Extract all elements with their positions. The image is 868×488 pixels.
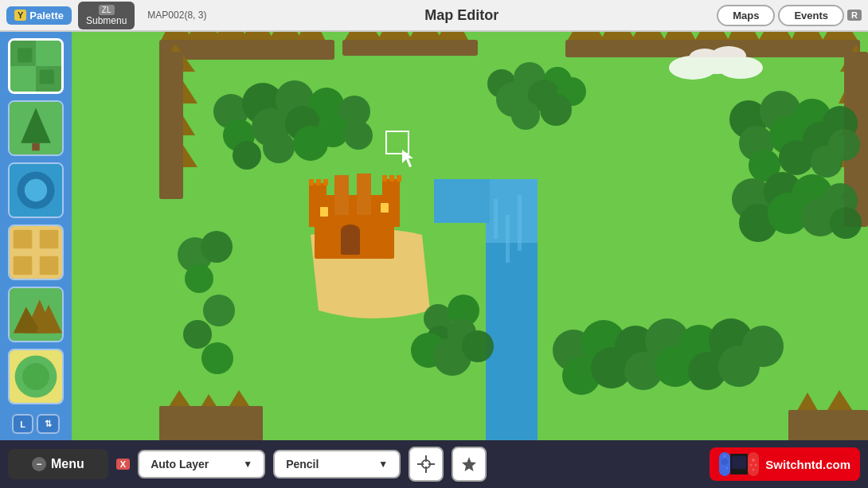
layer-dropdown[interactable]: Auto Layer ▼ [138,450,265,478]
svg-point-175 [755,464,757,467]
sidebar-bottom-controls: L ⇅ [12,414,60,434]
svg-point-143 [718,346,760,387]
svg-rect-107 [309,179,314,185]
star-icon [460,455,478,473]
svg-rect-150 [788,410,868,440]
l-button[interactable]: L [12,414,33,434]
bottom-bar: − Menu X Auto Layer ▼ Pencil ▼ [0,440,868,488]
events-tab-button[interactable]: Events [778,5,844,26]
svg-rect-111 [389,175,394,182]
svg-point-92 [779,140,814,175]
svg-rect-109 [323,179,328,185]
svg-point-101 [830,207,862,239]
svg-rect-108 [316,179,321,185]
zl-badge: ZL [99,5,115,15]
svg-point-157 [201,342,233,374]
tile-preview-2[interactable] [8,100,64,156]
svg-point-22 [22,363,49,390]
svg-point-93 [811,146,843,178]
svg-rect-105 [334,175,349,215]
tool-dropdown-label: Pencil [286,458,319,470]
layer-dropdown-arrow: ▼ [243,459,252,470]
svg-point-66 [344,121,373,150]
svg-rect-172 [748,452,759,476]
svg-rect-12 [14,230,33,249]
svg-point-67 [233,141,261,170]
maps-tab-button[interactable]: Maps [717,5,775,26]
top-bar-left: Y Palette ZL Submenu MAP002(8, 3) [0,2,206,29]
top-bar-right: Maps Events R [717,5,868,26]
svg-rect-120 [506,215,510,263]
svg-point-77 [540,94,572,126]
minus-badge: − [32,457,46,471]
palette-button[interactable]: Y Palette [6,6,72,25]
top-bar: Y Palette ZL Submenu MAP002(8, 3) Map Ed… [0,0,868,32]
svg-point-155 [203,295,235,326]
svg-point-154 [185,264,213,293]
layer-dropdown-label: Auto Layer [151,458,209,470]
svg-rect-123 [434,179,490,223]
tool-icon-btn-2[interactable] [452,447,487,482]
tile-palette-sidebar: L ⇅ [0,32,72,440]
svg-rect-164 [428,463,435,465]
svg-rect-35 [342,40,478,56]
tool-dropdown[interactable]: Pencil ▼ [273,450,401,478]
svg-point-68 [263,131,295,163]
svg-rect-161 [425,455,427,462]
tool-dropdown-arrow: ▼ [378,459,388,470]
svg-rect-147 [159,406,263,440]
palette-label: Palette [29,10,64,21]
tile-preview-6[interactable] [8,349,64,404]
svg-rect-163 [417,463,424,465]
svg-rect-110 [382,175,387,182]
svg-rect-171 [732,456,746,469]
svg-point-153 [201,231,233,263]
svg-rect-30 [159,40,334,60]
tile-preview-3[interactable] [8,162,64,218]
svg-rect-162 [425,467,427,473]
editor-title: Map Editor [206,7,717,24]
swap-button[interactable]: ⇅ [37,414,60,434]
svg-rect-15 [40,256,59,275]
l-badge: L [20,420,25,429]
svg-rect-50 [159,52,183,199]
svg-rect-13 [40,230,59,249]
svg-rect-103 [309,183,326,227]
svg-rect-14 [14,256,33,275]
tile-preview-1[interactable] [8,38,64,94]
svg-rect-119 [494,199,498,239]
svg-rect-7 [32,143,39,150]
swap-icon: ⇅ [45,419,52,429]
tile-preview-4[interactable] [8,224,64,280]
nintendo-switch-logo [719,451,759,478]
map-svg [72,32,868,440]
svg-rect-118 [486,179,538,243]
nintendo-badge: Switchntd.com [710,447,860,481]
svg-rect-3 [18,48,32,62]
svg-point-173 [752,459,755,462]
svg-point-169 [726,467,729,470]
r-badge: R [847,10,862,21]
svg-point-156 [183,320,212,349]
svg-rect-106 [357,174,371,215]
svg-point-10 [25,179,47,201]
tool-icon-btn-1[interactable] [409,447,444,482]
wrench-icon [417,455,435,473]
svg-rect-121 [518,195,522,251]
svg-point-76 [511,101,540,130]
map-canvas[interactable] [72,32,868,440]
svg-point-82 [711,46,746,65]
svg-rect-4 [40,70,54,84]
tile-preview-5[interactable] [8,287,64,342]
x-badge: X [116,459,130,470]
svg-marker-165 [462,457,476,471]
svg-rect-112 [397,175,401,182]
submenu-button[interactable]: ZL Submenu [78,2,135,29]
svg-point-174 [750,464,753,467]
svg-point-176 [753,469,755,471]
menu-button[interactable]: − Menu [8,449,108,479]
svg-rect-115 [320,207,328,217]
submenu-label: Submenu [86,15,127,26]
y-badge: Y [14,10,26,21]
svg-point-114 [341,224,360,237]
